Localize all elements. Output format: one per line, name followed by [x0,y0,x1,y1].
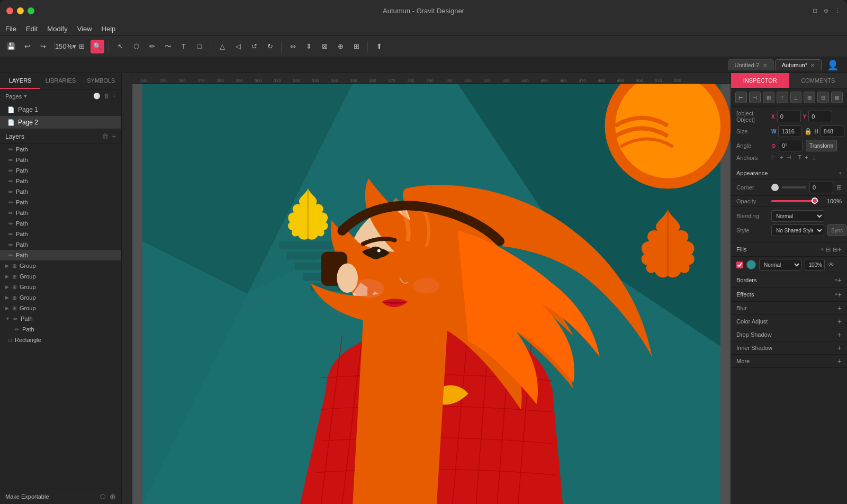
close-button[interactable] [6,7,13,14]
distribute-v[interactable]: ⊠ [831,92,843,103]
transform-button[interactable]: Transform [806,140,837,151]
menu-help[interactable]: Help [102,25,116,33]
doc-tab-autumun[interactable]: Autumun* ✕ [775,59,822,70]
appearance-toggle[interactable]: ▾ [839,170,842,176]
shape-tool[interactable]: □ [193,40,206,53]
distribute-h[interactable]: ⊟ [817,92,829,103]
effects-header[interactable]: Effects ▾ + [731,287,847,302]
layer-path-3[interactable]: ✏ Path [0,165,121,176]
vector-tool[interactable]: ⬡ [129,40,143,53]
layer-path-10[interactable]: ✏ Path [0,239,121,250]
anchor-h[interactable]: ⊣ [786,154,791,161]
layer-group-5[interactable]: ▶ ⊞ Group [0,303,121,313]
borders-header[interactable]: Borders ▾ + [731,273,847,287]
anchor-v[interactable]: ⊥ [812,154,817,161]
layer-group-2[interactable]: ▶ ⊞ Group [0,271,121,282]
blending-select[interactable]: Normal Multiply Screen [771,210,824,222]
h-input[interactable] [821,125,844,137]
borders-add-button[interactable]: + [837,276,842,284]
sync-button[interactable]: Sync [827,224,846,236]
menu-view[interactable]: View [77,25,92,33]
align-bottom[interactable]: ⊞ [804,92,815,103]
align-left[interactable]: ⊢ [735,92,747,103]
maximize-button[interactable] [28,7,34,14]
group-expand-5[interactable]: ▶ [5,305,9,311]
pages-delete-icon[interactable]: 🗑 [104,93,110,100]
fills-copy-icon[interactable]: ⊟ [826,246,831,253]
opacity-thumb[interactable] [812,197,818,204]
export-add-icon[interactable]: ⊕ [110,492,116,501]
layer-group-4[interactable]: ▶ ⊞ Group [0,292,121,303]
anchor-left[interactable]: ⊢ [771,154,777,161]
group-expand-3[interactable]: ▶ [5,284,9,290]
layer-group-1[interactable]: ▶ ⊞ Group [0,260,121,271]
align-center-v[interactable]: ⊥ [790,92,802,103]
more-add-button[interactable]: + [837,357,842,365]
distribute-v[interactable]: ⇕ [302,40,316,53]
corner-options-icon[interactable]: ⊞ [836,184,842,191]
color-adjust-add-button[interactable]: + [837,317,842,326]
path-group-expand[interactable]: ▼ [5,316,10,321]
flip-tool[interactable]: ◁ [231,40,245,53]
triangle-tool[interactable]: △ [215,40,229,53]
menu-modify[interactable]: Modify [47,25,67,33]
group-expand-1[interactable]: ▶ [5,263,9,268]
align-right[interactable]: ⊞ [763,92,774,103]
opacity-slider[interactable] [771,200,818,202]
boolean-tool[interactable]: ⊕ [334,40,347,53]
x-input[interactable] [777,111,801,122]
pages-add-icon[interactable]: ⚪ [93,93,101,100]
style-select[interactable]: No Shared Style [771,224,824,236]
drop-shadow-add-button[interactable]: + [837,330,842,339]
fill-enabled-checkbox[interactable] [736,262,743,268]
layer-path-6[interactable]: ✏ Path [0,197,121,208]
corner-slider[interactable] [782,186,806,188]
anchor-plus[interactable]: + [805,154,808,161]
pen-tool[interactable]: ✏ [145,40,159,53]
zoom-fit-button[interactable]: 🔍 [91,40,104,53]
anchor-top[interactable]: T [798,154,801,161]
layers-add-icon[interactable]: + [112,132,116,140]
canvas-area[interactable]: 240 250 260 270 280 290 300 310 320 330 … [122,73,731,504]
blur-add-button[interactable]: + [837,304,842,312]
tab-libraries[interactable]: LIBRARIES [40,73,80,89]
canvas-content[interactable] [132,84,731,504]
window-action-2[interactable]: ⊕ [824,7,828,14]
layer-path-2[interactable]: ✏ Path [0,155,121,165]
w-input[interactable] [778,125,802,137]
undo-button[interactable]: ↩ [20,40,34,53]
layer-path-4[interactable]: ✏ Path [0,176,121,186]
menu-file[interactable]: File [5,25,16,33]
tab-inspector[interactable]: INSPECTOR [731,73,789,88]
layer-path-1[interactable]: ✏ Path [0,144,121,155]
fit-button[interactable]: ⊞ [75,40,88,53]
fills-add-button[interactable]: + [837,245,842,254]
doc-tab-untitled[interactable]: Untitled-2 ✕ [728,59,774,70]
rotate-right-tool[interactable]: ↻ [263,40,277,53]
close-tab-autumun[interactable]: ✕ [810,62,815,68]
redo-button[interactable]: ↪ [36,40,50,53]
group-expand-4[interactable]: ▶ [5,295,9,300]
inner-shadow-add-button[interactable]: + [837,344,842,352]
layers-delete-icon[interactable]: 🗑 [102,132,109,140]
layer-path-5[interactable]: ✏ Path [0,186,121,197]
minimize-button[interactable] [17,7,24,14]
anchor-add[interactable]: + [780,154,783,161]
align-top[interactable]: ⊤ [777,92,788,103]
export-tool[interactable]: ⬆ [372,40,386,53]
layer-path-sub[interactable]: ✏ Path [0,324,121,335]
fill-opacity-input[interactable] [805,259,825,271]
layer-path-9[interactable]: ✏ Path [0,229,121,239]
window-action-3[interactable]: ⋮ [835,7,841,14]
pages-chevron[interactable]: ▾ [24,93,27,100]
save-button[interactable]: 💾 [4,40,18,53]
select-tool[interactable]: ↖ [113,40,127,53]
layer-path-7[interactable]: ✏ Path [0,208,121,218]
group-expand-2[interactable]: ▶ [5,274,9,279]
fills-toggle[interactable]: ▾ [821,247,824,252]
export-icon[interactable]: ⬡ [100,493,105,500]
angle-input[interactable] [779,140,803,151]
layer-rectangle[interactable]: □ Rectangle [0,335,121,345]
y-input[interactable] [808,111,832,122]
layer-path-group[interactable]: ▼ ✏ Path [0,313,121,324]
